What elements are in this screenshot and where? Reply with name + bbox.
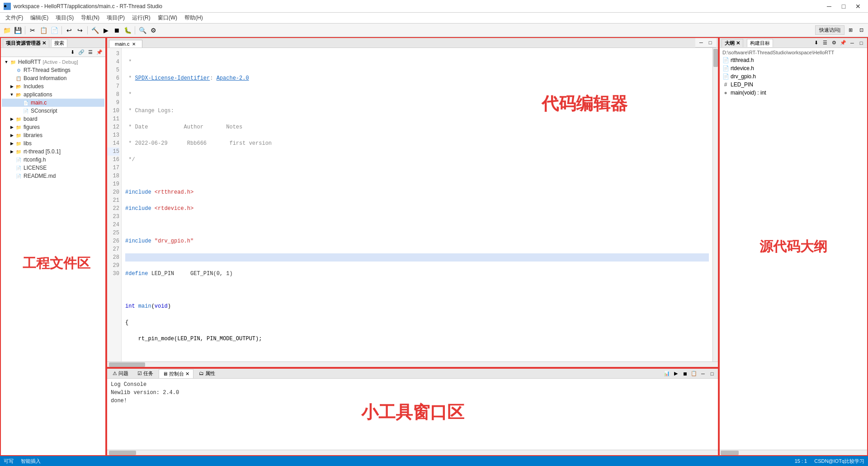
tab-outline[interactable]: 大纲 ✕ <box>722 39 743 47</box>
tab-search[interactable]: 搜索 <box>51 39 67 47</box>
tree-applications[interactable]: ▼ 📂 applications <box>2 90 104 99</box>
outline-scrollbar-h[interactable] <box>720 450 867 455</box>
menu-nav[interactable]: 导航(N) <box>77 13 103 23</box>
toolbar-run[interactable]: ▶ <box>101 25 111 35</box>
tab-properties[interactable]: 🗂 属性 <box>195 369 219 378</box>
line-num: 5 <box>107 66 119 74</box>
console-content: Log Console Newlib version: 2.4.0 done! <box>107 379 718 450</box>
toolbar-debug[interactable]: 🐛 <box>123 25 132 35</box>
tree-readme[interactable]: 📄 README.md <box>2 172 104 180</box>
maximize-editor-icon[interactable]: □ <box>706 38 714 47</box>
outline-settings-icon[interactable]: ⚙ <box>830 39 838 47</box>
scrollbar-thumb-v[interactable] <box>713 49 718 67</box>
tree-license[interactable]: 📄 LICENSE <box>2 164 104 172</box>
toolbar-extra-2[interactable]: ⊡ <box>856 25 866 35</box>
view-menu-icon[interactable]: ☰ <box>86 48 94 57</box>
tree-sconscript[interactable]: 📄 SConscript <box>2 107 104 115</box>
minimize-bottom-icon[interactable]: ─ <box>699 370 707 378</box>
code-content[interactable]: * * SPDX-License-Identifier: Apache-2.0 … <box>122 48 712 361</box>
link-with-editor-icon[interactable]: 🔗 <box>77 48 85 57</box>
tab-build-target[interactable]: 构建目标 <box>747 39 773 47</box>
includes-icon: 📂 <box>15 83 22 90</box>
tree-label: main.c <box>31 100 47 106</box>
toolbar-settings[interactable]: ⚙ <box>148 25 158 35</box>
tree-rt-thread-settings[interactable]: ⚙ RT-Thread Settings <box>2 66 104 74</box>
tree-includes[interactable]: ▶ 📂 Includes <box>2 82 104 90</box>
expand-arrow <box>16 100 22 105</box>
toolbar-stop[interactable]: ⏹ <box>112 25 122 35</box>
outline-main-function[interactable]: ● main(void) : int <box>721 89 866 97</box>
close-button[interactable]: ✕ <box>852 2 864 11</box>
tab-main-c[interactable]: main.c ✕ <box>109 40 142 48</box>
tab-console[interactable]: 🖥 控制台 ✕ <box>159 369 193 378</box>
outline-scrollbar-thumb[interactable] <box>721 451 739 455</box>
outline-rtdevice-h[interactable]: 📄 rtdevice.h <box>721 64 866 72</box>
title-bar: ● workspace - HelloRTT/applications/main… <box>0 0 868 13</box>
toolbar-cut[interactable]: ✂ <box>28 25 38 35</box>
maximize-button[interactable]: □ <box>837 2 850 11</box>
toolbar-copy[interactable]: 📋 <box>38 25 48 35</box>
toolbar-undo[interactable]: ↩ <box>64 25 74 35</box>
pin-icon[interactable]: 📌 <box>95 48 104 57</box>
tree-libs[interactable]: ▶ 📁 libs <box>2 139 104 147</box>
menu-edit[interactable]: 编辑(E) <box>27 13 52 23</box>
tree-board-information[interactable]: 📋 Board Information <box>2 74 104 82</box>
minimize-button[interactable]: ─ <box>823 2 835 11</box>
menu-file[interactable]: 文件(F) <box>2 13 27 23</box>
tab-tasks[interactable]: ☑ 任务 <box>134 369 157 378</box>
tree-main-c[interactable]: 📄 main.c <box>2 99 104 107</box>
bottom-toolbar-btn-2[interactable]: ▶ <box>672 370 680 378</box>
tree-label: libs <box>24 140 32 147</box>
minimize-editor-icon[interactable]: ─ <box>697 38 705 47</box>
menu-project-s[interactable]: 项目(S) <box>52 13 77 23</box>
maximize-bottom-icon[interactable]: □ <box>708 370 716 378</box>
quick-access-button[interactable]: 快速访问| <box>815 25 844 35</box>
console-scrollbar-thumb[interactable] <box>109 451 136 455</box>
scrollbar-thumb-h[interactable] <box>109 362 145 367</box>
toolbar-build[interactable]: 🔨 <box>90 25 100 35</box>
h-file-icon: 📄 <box>15 157 22 163</box>
outline-sort-icon[interactable]: ⬇ <box>812 39 820 47</box>
tree-rtconfig[interactable]: 📄 rtconfig.h <box>2 156 104 164</box>
toolbar-search[interactable]: 🔍 <box>137 25 147 35</box>
console-scrollbar-h[interactable] <box>107 450 718 455</box>
tree-root-hellorrtt[interactable]: ▼ 📁 HelloRTT [Active - Debug] <box>2 58 104 66</box>
tab-close-icon[interactable]: ✕ <box>131 41 137 47</box>
outline-maximize-icon[interactable]: □ <box>857 39 865 47</box>
bottom-toolbar-btn-1[interactable]: 📊 <box>663 370 671 378</box>
tree-board[interactable]: ▶ 📁 board <box>2 115 104 123</box>
tree-label: HelloRTT <box>18 59 41 65</box>
editor-scrollbar-h[interactable] <box>107 361 718 367</box>
toolbar-paste[interactable]: 📄 <box>49 25 59 35</box>
tree-figures[interactable]: ▶ 📁 figures <box>2 123 104 131</box>
outline-rtthread-h[interactable]: 📄 rtthread.h <box>721 56 866 64</box>
outline-pin-icon[interactable]: 📌 <box>839 39 847 47</box>
toolbar-new[interactable]: 📁 <box>2 25 12 35</box>
tree-libraries[interactable]: ▶ 📁 libraries <box>2 131 104 139</box>
menu-run[interactable]: 运行(R) <box>128 13 154 23</box>
tab-explorer[interactable]: 项目资源管理器 ✕ <box>3 39 49 47</box>
code-area[interactable]: 3 4 5 6 7 8 9 10 11 12 13 14 15 16 <box>107 48 718 361</box>
toolbar-extra-1[interactable]: ⊞ <box>845 25 855 35</box>
toolbar: 📁 💾 ✂ 📋 📄 ↩ ↪ 🔨 ▶ ⏹ 🐛 🔍 ⚙ 快速访问| ⊞ ⊡ <box>0 24 868 37</box>
outline-minimize-icon[interactable]: ─ <box>848 39 856 47</box>
bottom-toolbar-btn-3[interactable]: ⏹ <box>681 370 689 378</box>
outline-group-icon[interactable]: ☰ <box>821 39 829 47</box>
outline-led-pin[interactable]: # LED_PIN <box>721 81 866 89</box>
toolbar-redo[interactable]: ↪ <box>75 25 85 35</box>
tree-rt-thread[interactable]: ▶ 📁 rt-thread [5.0.1] <box>2 147 104 156</box>
collapse-all-icon[interactable]: ⬇ <box>68 48 76 57</box>
window-controls[interactable]: ─ □ ✕ <box>823 2 864 11</box>
code-line-18: int main(void) <box>125 302 709 310</box>
outline-drv-gpio-h[interactable]: 📄 drv_gpio.h <box>721 72 866 81</box>
bottom-toolbar-btn-4[interactable]: 📋 <box>690 370 698 378</box>
menu-window[interactable]: 窗口(W) <box>154 13 181 23</box>
code-line-5: * <box>125 90 709 99</box>
editor-scrollbar-v[interactable] <box>712 48 718 361</box>
toolbar-save[interactable]: 💾 <box>13 25 23 35</box>
code-line-10 <box>125 172 709 180</box>
bottom-tabs: ⚠ 问题 ☑ 任务 🖥 控制台 ✕ 🗂 属性 📊 ▶ ⏹ 📋 ─ □ <box>107 369 718 379</box>
menu-help[interactable]: 帮助(H) <box>181 13 207 23</box>
menu-project-p[interactable]: 项目(P) <box>103 13 128 23</box>
tab-problems[interactable]: ⚠ 问题 <box>109 369 132 378</box>
